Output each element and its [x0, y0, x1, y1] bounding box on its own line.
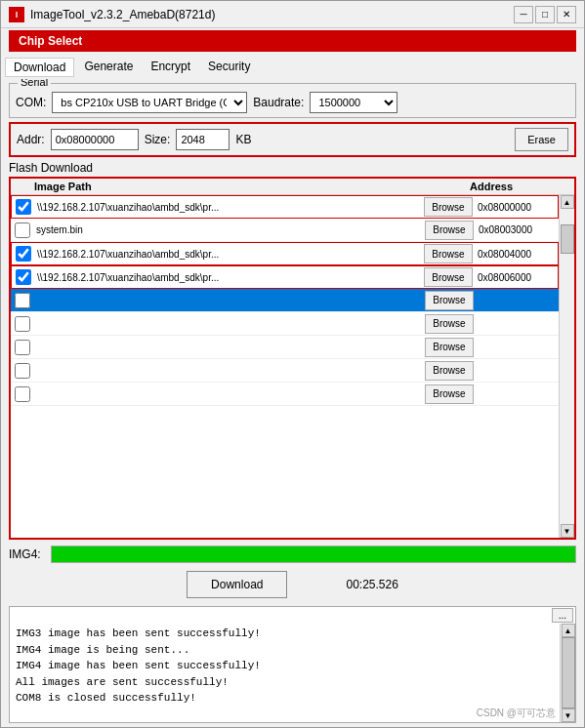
size-input[interactable] [176, 129, 230, 150]
window-title: ImageTool_v2.3.2_AmebaD(8721d) [30, 8, 215, 21]
row-3-path[interactable] [35, 268, 421, 286]
row-6-path[interactable] [34, 339, 422, 356]
log-toggle-row: ... [10, 607, 575, 624]
row-4-path[interactable] [34, 292, 422, 309]
scroll-thumb[interactable] [561, 224, 574, 254]
row-2-check[interactable] [16, 246, 31, 262]
window-controls: ─ □ ✕ [514, 6, 576, 23]
header-path-col: Image Path [34, 181, 413, 192]
serial-label: Serial [18, 79, 51, 88]
row-1-path[interactable] [34, 222, 422, 239]
log-scroll-down[interactable]: ▼ [562, 708, 575, 722]
menu-encrypt[interactable]: Encrypt [143, 58, 198, 77]
header-addr-col: Address [470, 181, 553, 192]
row-0-browse[interactable]: Browse [424, 197, 473, 217]
table-row: Browse 0x08004000 [11, 242, 559, 265]
main-window: I ImageTool_v2.3.2_AmebaD(8721d) ─ □ ✕ C… [0, 0, 585, 728]
row-0-check[interactable] [16, 199, 31, 215]
flash-erase-box: Addr: Size: KB Erase [9, 122, 576, 157]
table-row: Browse [11, 359, 559, 383]
erase-row: Addr: Size: KB [17, 129, 507, 150]
rows-container: Browse 0x08000000 Browse 0x08003000 [11, 195, 559, 538]
row-1-check[interactable] [15, 222, 30, 238]
chip-select-bar[interactable]: Chip Select [9, 30, 576, 52]
menu-security[interactable]: Security [200, 58, 258, 77]
row-7-browse[interactable]: Browse [425, 361, 474, 381]
log-line-3: All images are sent successfully! [16, 674, 554, 691]
row-2-browse[interactable]: Browse [424, 244, 473, 263]
flash-download-section: Flash Download Image Path Address [9, 161, 576, 540]
log-scrollbar[interactable]: ▲ ▼ [560, 624, 575, 722]
row-6-check[interactable] [15, 340, 30, 355]
title-bar-left: I ImageTool_v2.3.2_AmebaD(8721d) [9, 7, 215, 22]
img4-label: IMG4: [9, 547, 43, 561]
row-1-browse[interactable]: Browse [425, 221, 474, 240]
menu-bar: Download Generate Encrypt Security [1, 56, 584, 79]
row-6-browse[interactable]: Browse [425, 338, 474, 357]
img4-progress-bar [51, 546, 576, 563]
row-5-path[interactable] [34, 315, 422, 333]
app-icon: I [9, 7, 24, 22]
log-scroll-up[interactable]: ▲ [562, 624, 575, 637]
table-row: Browse [11, 336, 559, 359]
kb-label: KB [235, 133, 251, 146]
img4-progress-fill [52, 546, 575, 562]
header-scroll-col [553, 181, 570, 192]
close-button[interactable]: ✕ [557, 6, 576, 23]
com-select[interactable]: bs CP210x USB to UART Bridge (COM8) [52, 92, 247, 113]
row-5-browse[interactable]: Browse [425, 314, 474, 334]
table-row: Browse 0x08006000 [11, 265, 559, 289]
table-body: Browse 0x08000000 Browse 0x08003000 [11, 195, 574, 538]
timer-display: 00:25.526 [346, 578, 397, 591]
row-5-check[interactable] [15, 316, 30, 332]
row-8-check[interactable] [15, 386, 30, 402]
table-row: Browse [11, 289, 559, 312]
row-7-check[interactable] [15, 363, 30, 379]
row-0-addr: 0x08000000 [476, 202, 554, 213]
row-3-addr: 0x08006000 [476, 272, 554, 283]
watermark: CSDN @可可芯意 [477, 707, 556, 720]
addr-input[interactable] [51, 129, 139, 150]
table-header: Image Path Address [11, 179, 574, 195]
com-label: COM: [16, 96, 46, 109]
row-1-addr: 0x08003000 [477, 224, 555, 235]
minimize-button[interactable]: ─ [514, 6, 533, 23]
table-row: Browse 0x08003000 [11, 219, 559, 242]
row-4-browse[interactable]: Browse [425, 291, 474, 310]
row-0-path[interactable] [35, 198, 421, 216]
download-row: Download 00:25.526 [9, 571, 576, 598]
log-line-0: IMG3 image has been sent successfully! [16, 626, 554, 642]
title-bar: I ImageTool_v2.3.2_AmebaD(8721d) ─ □ ✕ [1, 1, 584, 28]
header-browse-col [413, 181, 470, 192]
serial-group: Serial COM: bs CP210x USB to UART Bridge… [9, 83, 576, 118]
log-scroll-thumb[interactable] [562, 637, 575, 708]
scroll-down-arrow[interactable]: ▼ [561, 524, 574, 538]
addr-label: Addr: [17, 133, 45, 146]
serial-row: COM: bs CP210x USB to UART Bridge (COM8)… [16, 92, 569, 113]
scroll-up-arrow[interactable]: ▲ [561, 195, 574, 209]
baud-select[interactable]: 1500000 [310, 92, 397, 113]
baud-label: Baudrate: [253, 96, 304, 109]
log-line-4: COM8 is closed successfully! [16, 690, 554, 707]
erase-button[interactable]: Erase [515, 128, 568, 151]
row-2-path[interactable] [35, 245, 421, 263]
row-4-check[interactable] [15, 293, 30, 308]
row-3-browse[interactable]: Browse [424, 267, 473, 287]
log-line-2: IMG4 image has been sent successfully! [16, 658, 554, 674]
img4-row: IMG4: [9, 546, 576, 563]
maximize-button[interactable]: □ [535, 6, 555, 23]
menu-generate[interactable]: Generate [76, 58, 141, 77]
row-7-path[interactable] [34, 362, 422, 380]
log-toggle-button[interactable]: ... [552, 608, 573, 623]
row-8-browse[interactable]: Browse [425, 384, 474, 404]
log-line-1: IMG4 image is being sent... [16, 642, 554, 659]
row-2-addr: 0x08004000 [476, 249, 554, 260]
table-scrollbar[interactable]: ▲ ▼ [559, 195, 574, 538]
content-area: Serial COM: bs CP210x USB to UART Bridge… [1, 79, 584, 727]
download-button[interactable]: Download [187, 571, 287, 598]
row-3-check[interactable] [16, 269, 31, 285]
flash-download-label: Flash Download [9, 161, 576, 175]
row-8-path[interactable] [34, 385, 422, 403]
menu-download[interactable]: Download [5, 58, 74, 77]
size-label: Size: [145, 133, 171, 146]
